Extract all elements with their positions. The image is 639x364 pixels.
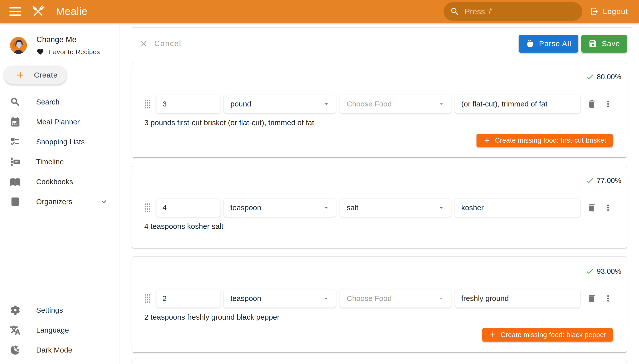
cancel-button[interactable]: Cancel — [139, 39, 181, 48]
sidebar-item-organizers[interactable]: Organizers — [0, 192, 120, 212]
user-profile[interactable]: Change Me Favorite Recipes — [0, 23, 120, 59]
content-divider — [132, 28, 632, 28]
drag-handle-icon[interactable] — [144, 99, 151, 109]
ingredient-fields: teaspoon Choose Food — [144, 289, 613, 308]
ingredient-card: 77.00% teaspoon salt — [132, 166, 627, 248]
note-input[interactable] — [455, 289, 580, 308]
logout-button[interactable]: Logout — [590, 7, 628, 16]
drawer-icon — [10, 196, 21, 207]
user-name: Change Me — [37, 35, 100, 44]
menu-icon[interactable] — [10, 7, 21, 16]
menu-down-icon — [437, 294, 445, 302]
sidebar-divider — [0, 59, 120, 59]
original-ingredient-text: 4 teaspoons kosher salt — [144, 222, 613, 231]
more-menu-button[interactable] — [603, 294, 613, 303]
menu-down-icon — [322, 294, 330, 302]
original-ingredient-text: 3 pounds first-cut brisket (or flat-cut)… — [144, 118, 613, 128]
drag-handle-icon[interactable] — [144, 203, 151, 212]
sidebar-item-timeline[interactable]: Timeline — [0, 152, 120, 172]
parse-all-button[interactable]: Parse All — [519, 35, 578, 52]
mealie-app: Mealie Press '/' Logout Change Me — [0, 0, 639, 364]
create-missing-food-button[interactable]: Create missing food: black pepper — [482, 328, 613, 342]
delete-button[interactable] — [587, 294, 597, 304]
search-icon — [450, 7, 460, 16]
global-search-input[interactable]: Press '/' — [444, 2, 582, 21]
logout-icon — [590, 7, 599, 16]
trash-icon — [587, 99, 597, 109]
parser-toolbar: Cancel Parse All Save — [132, 32, 627, 56]
confidence-indicator: 77.00% — [144, 166, 621, 185]
favorite-recipes-link[interactable]: Favorite Recipes — [37, 48, 100, 56]
sidebar-nav: Search Meal Planner Shopping Lists Timel… — [0, 92, 120, 212]
sidebar-item-dark-mode[interactable]: Dark Mode — [0, 340, 119, 360]
note-input[interactable] — [455, 95, 580, 113]
drag-handle-icon[interactable] — [144, 294, 151, 303]
note-input[interactable] — [455, 198, 580, 217]
food-select[interactable]: Choose Food — [340, 289, 451, 308]
original-ingredient-text: 2 teaspoons freshly ground black pepper — [144, 312, 613, 322]
confidence-indicator: 80.00% — [144, 62, 621, 81]
sidebar-item-settings[interactable]: Settings — [0, 300, 119, 320]
dots-vertical-icon — [603, 294, 613, 303]
sidebar-item-shopping-lists[interactable]: Shopping Lists — [0, 132, 120, 152]
more-menu-button[interactable] — [603, 203, 613, 212]
mealie-logo-icon — [30, 3, 47, 20]
ingredient-card: 93.00% teaspoon Choose Food — [132, 256, 627, 352]
sidebar: Change Me Favorite Recipes Create Search… — [0, 23, 120, 364]
confidence-value: 80.00% — [597, 73, 621, 81]
dots-vertical-icon — [603, 203, 613, 212]
dots-vertical-icon — [603, 99, 613, 109]
menu-down-icon — [437, 100, 445, 108]
quantity-input[interactable] — [156, 289, 221, 308]
sidebar-item-meal-planner[interactable]: Meal Planner — [0, 112, 120, 132]
app-header: Mealie Press '/' Logout — [0, 0, 639, 23]
plus-icon — [489, 331, 497, 339]
translate-icon — [10, 325, 21, 335]
save-button[interactable]: Save — [581, 35, 627, 52]
ingredient-parser-page: Cancel Parse All Save 80.00% — [120, 23, 639, 364]
create-label: Create — [34, 71, 58, 79]
delete-button[interactable] — [587, 99, 597, 109]
check-icon — [585, 176, 594, 185]
confidence-value: 77.00% — [597, 176, 621, 185]
unit-select[interactable]: pound — [224, 95, 336, 113]
trash-icon — [587, 294, 597, 304]
calendar-icon — [10, 117, 21, 127]
apple-icon — [526, 39, 535, 48]
confidence-value: 93.00% — [597, 267, 621, 276]
logout-label: Logout — [603, 7, 628, 16]
ingredient-card — [132, 361, 627, 364]
sidebar-item-cookbooks[interactable]: Cookbooks — [0, 172, 120, 192]
create-button[interactable]: Create — [4, 66, 67, 84]
ingredient-list: 80.00% pound Choose Food — [132, 62, 627, 364]
delete-button[interactable] — [587, 203, 597, 213]
create-missing-food-button[interactable]: Create missing food: first-cut brisket — [477, 134, 613, 147]
plus-icon — [15, 70, 26, 80]
checklist-icon — [10, 136, 21, 147]
search-placeholder: Press '/' — [465, 7, 493, 16]
gear-icon — [10, 305, 21, 316]
quantity-input[interactable] — [156, 198, 221, 217]
confidence-indicator: 93.00% — [144, 257, 621, 276]
close-icon — [139, 39, 148, 48]
more-menu-button[interactable] — [603, 99, 613, 109]
save-icon — [588, 39, 597, 48]
chevron-down-icon[interactable] — [99, 197, 109, 206]
sidebar-item-language[interactable]: Language — [0, 320, 119, 340]
avatar — [10, 37, 27, 54]
cancel-label: Cancel — [154, 39, 181, 48]
app-title: Mealie — [56, 6, 88, 18]
quantity-input[interactable] — [156, 95, 221, 113]
menu-down-icon — [437, 204, 445, 212]
sidebar-item-search[interactable]: Search — [0, 92, 120, 112]
check-icon — [585, 267, 594, 276]
check-icon — [585, 72, 594, 81]
food-select[interactable]: Choose Food — [340, 95, 451, 113]
food-select[interactable]: salt — [340, 198, 451, 217]
unit-select[interactable]: teaspoon — [224, 198, 336, 217]
ingredient-card: 80.00% pound Choose Food — [132, 62, 627, 158]
ingredient-fields: pound Choose Food — [144, 95, 613, 113]
timeline-icon — [10, 156, 21, 167]
magnify-icon — [10, 97, 21, 107]
unit-select[interactable]: teaspoon — [224, 289, 336, 308]
